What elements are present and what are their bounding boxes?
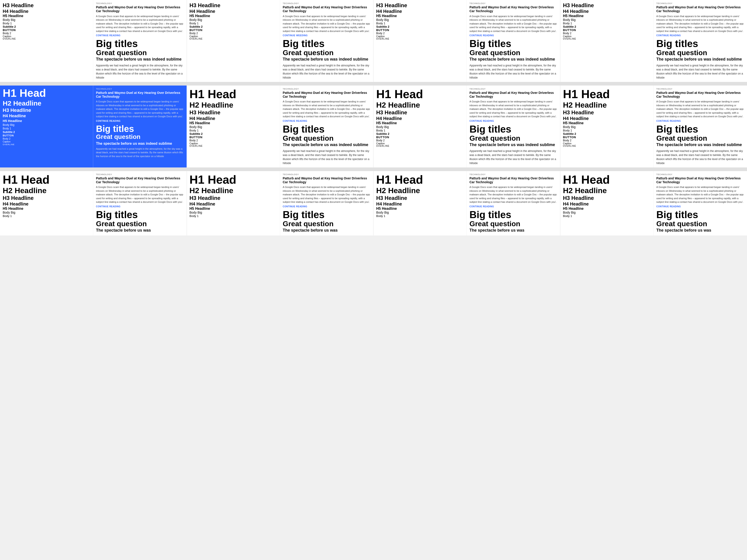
body2-label: Body 2 bbox=[189, 32, 277, 35]
great-q-2: Great question bbox=[283, 134, 370, 142]
type-left-3: H3 Headline H4 Headline H5 Headline Body… bbox=[374, 0, 467, 82]
article-title-4: Patturb and Waymo Duel at Key Hearing Ov… bbox=[656, 91, 744, 99]
continue-2[interactable]: CONTINUE READING bbox=[283, 120, 370, 122]
h3-r3-4: H3 Headline bbox=[563, 195, 651, 202]
article-tag-blue: TECHNOLOGY bbox=[96, 88, 184, 90]
caption-label: Caption bbox=[563, 35, 651, 37]
h3-headline-blue: H3 Headline bbox=[3, 107, 90, 113]
big-titles-4: Big titles bbox=[656, 124, 744, 134]
article-body-2: A Google Docs scam that appears to be wi… bbox=[283, 100, 370, 118]
abody-r3-4: A Google Docs scam that appears to be wi… bbox=[656, 185, 744, 204]
great-q-4: Great question bbox=[656, 134, 744, 142]
overline-label: OVERLINE bbox=[563, 37, 651, 40]
big-r3-1: Big titles bbox=[96, 210, 184, 220]
heading-left-2: H1 Head H2 Headline H3 Headline H4 Headl… bbox=[187, 85, 280, 167]
h2-r3-4: H2 Headline bbox=[563, 186, 651, 195]
h3-r3-3: H3 Headline bbox=[376, 195, 464, 202]
continue-reading-4[interactable]: CONTINUE READING bbox=[656, 34, 744, 37]
h4-headline-2: H4 Headline bbox=[189, 116, 277, 121]
h3-label: H3 Headline bbox=[376, 2, 464, 9]
spectacle-4: The spectacle before us was indeed subli… bbox=[656, 142, 744, 148]
h5-headline-4: H5 Headline bbox=[563, 121, 651, 125]
h2-r3-3: H2 Headline bbox=[376, 186, 464, 195]
spectacle-blue: The spectacle before us was indeed subli… bbox=[96, 141, 184, 146]
h5-r3-2: H5 Headline bbox=[189, 207, 277, 211]
cta-r3-4[interactable]: CONTINUE READING bbox=[656, 205, 744, 208]
h4-r3-4: H4 Headline bbox=[563, 202, 651, 207]
bodybig-r3-1: Body Big bbox=[3, 211, 90, 214]
h3-r3-1: H3 Headline bbox=[3, 195, 90, 202]
spec-r3-3: The spectacle before us was bbox=[469, 228, 557, 233]
continue-weeding[interactable]: CONTINUE WEEDING bbox=[283, 34, 370, 37]
button-2: BUTTON bbox=[189, 135, 277, 139]
article-title: Patturb and Waymo Duel at Key Hearing Ov… bbox=[283, 5, 370, 13]
article-body-3: A Google Docs scam that appears to be wi… bbox=[469, 100, 557, 118]
cta-r3-3[interactable]: CONTINUE READING bbox=[469, 205, 557, 208]
body2-3: Body 2 bbox=[376, 139, 464, 142]
para-4: Apparently we had reached a great height… bbox=[656, 149, 744, 165]
display-right-1: TECHNOLOGY Patturb and Waymo Duel at Key… bbox=[93, 0, 186, 82]
h1-r3-3: H1 Head bbox=[376, 173, 464, 186]
atitle-r3-1: Patturb and Waymo Duel at Key Hearing Ov… bbox=[96, 177, 184, 184]
big-r3-3: Big titles bbox=[469, 210, 557, 220]
tag-r3-3: TECHNOLOGY bbox=[469, 173, 557, 176]
big-titles-blue: Big titles bbox=[96, 124, 184, 133]
h2-headline-4: H2 Headline bbox=[563, 101, 651, 109]
body-para: Apparently we had reached a great height… bbox=[283, 63, 370, 80]
article-title-2: Patturb and Waymo Duel at Key Hearing Ov… bbox=[283, 91, 370, 99]
body-para: Apparently we had reached a great height… bbox=[656, 63, 744, 80]
continue-3[interactable]: CONTINUE READING bbox=[469, 120, 557, 122]
great-r3-4: Great question bbox=[656, 220, 744, 228]
display-right-2: TECHNOLOGY Patturb and Waymo Duel at Key… bbox=[280, 0, 373, 82]
row-3: H1 Head H2 Headline H3 Headline H4 Headl… bbox=[0, 171, 747, 235]
caption-2: Caption bbox=[189, 142, 277, 145]
h3-r3-2: H3 Headline bbox=[189, 195, 277, 202]
continue-blue[interactable]: CONTINUE READING bbox=[96, 120, 184, 122]
para-2: Apparently we had reached a great height… bbox=[283, 149, 370, 165]
h2-headline-blue: H2 Headline bbox=[3, 100, 90, 107]
overline-label: OVERLINE bbox=[376, 37, 464, 40]
h3-headline-2: H3 Headline bbox=[189, 109, 277, 116]
overline-label: OVERLINE bbox=[189, 37, 277, 40]
cell-r2-2: H1 Head H2 Headline H3 Headline H4 Headl… bbox=[187, 85, 374, 167]
great-r3-3: Great question bbox=[469, 220, 557, 228]
h4-label: H4 Headline bbox=[189, 9, 277, 14]
spec-r3-2: The spectacle before us was bbox=[283, 228, 370, 233]
body2-label: Body 2 bbox=[376, 32, 464, 35]
subtitle2-4: Subtitle 2 bbox=[563, 132, 651, 135]
type-left-2: H3 Headline H4 Headline H5 Headline Body… bbox=[187, 0, 280, 82]
continue-reading[interactable]: CONTINUE READING bbox=[96, 34, 184, 37]
cta-r3-1[interactable]: CONTINUE READING bbox=[96, 205, 184, 208]
spectacle-2: The spectacle before us was indeed subli… bbox=[283, 142, 370, 148]
great-question: Great question bbox=[96, 49, 184, 57]
body2-4: Body 2 bbox=[563, 139, 651, 142]
row-1: H3 Headline H4 Headline H5 Headline Body… bbox=[0, 0, 747, 84]
continue-4[interactable]: CONTINUE READING bbox=[656, 120, 744, 122]
display-right-r3-3: TECHNOLOGY Patturb and Waymo Duel at Key… bbox=[467, 171, 560, 235]
para-blue: Apparently we had reached a great height… bbox=[96, 147, 184, 158]
overline-blue: OVERLINE bbox=[3, 143, 90, 145]
article-tag-4: TECHNOLOGY bbox=[656, 88, 744, 90]
cta-r3-2[interactable]: CONTINUE READING bbox=[283, 205, 370, 208]
heading-left-4b: H1 Head H2 Headline H3 Headline H4 Headl… bbox=[560, 85, 654, 167]
display-right-blue: TECHNOLOGY Patturb and Waymo Duel at Key… bbox=[93, 85, 186, 167]
row-2: H1 Head H2 Headline H3 Headline H4 Headl… bbox=[0, 85, 747, 169]
button-label: BUTTON bbox=[189, 28, 277, 32]
great-question: Great question bbox=[283, 49, 370, 57]
button-3: BUTTON bbox=[376, 135, 464, 139]
h2-headline-2: H2 Headline bbox=[189, 101, 277, 109]
big-r3-2: Big titles bbox=[283, 210, 370, 220]
tag-r3-4: TECHNOLOGY bbox=[656, 173, 744, 176]
h5-label: H5 Headline bbox=[376, 14, 464, 18]
h3-headline-4: H3 Headline bbox=[563, 109, 651, 116]
cell-1: H3 Headline H4 Headline H5 Headline Body… bbox=[0, 0, 187, 82]
bodybig-r3-3: Body Big bbox=[376, 211, 464, 214]
bodybig-label: Body Big bbox=[563, 18, 651, 22]
continue-reading-3[interactable]: CONTINUE READING bbox=[469, 34, 557, 37]
h1-head-3: H1 Head bbox=[376, 88, 464, 101]
subtitle2-2: Subtitle 2 bbox=[189, 132, 277, 135]
tag-r3-1: TECHNOLOGY bbox=[96, 173, 184, 176]
type-left-1: H3 Headline H4 Headline H5 Headline Body… bbox=[0, 0, 93, 82]
article-body: A Google Docs scam that appears to be wi… bbox=[96, 15, 184, 33]
body1-r3-2: Body 1 bbox=[189, 214, 277, 218]
